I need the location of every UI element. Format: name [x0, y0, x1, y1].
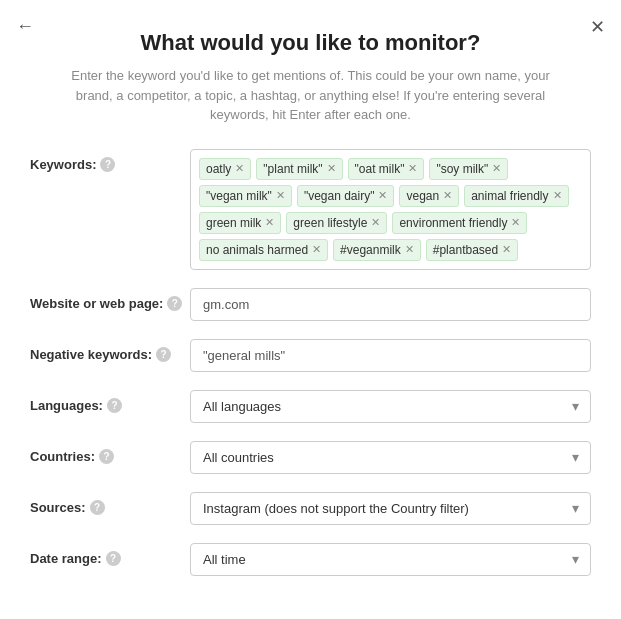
negative-keywords-input[interactable]: [190, 339, 591, 372]
languages-select[interactable]: All languages: [190, 390, 591, 423]
negative-keywords-label: Negative keywords: ?: [30, 339, 190, 362]
countries-help-icon[interactable]: ?: [99, 449, 114, 464]
keyword-tag-close[interactable]: ✕: [553, 190, 562, 201]
keyword-tag-close[interactable]: ✕: [312, 244, 321, 255]
keyword-tag: animal friendly✕: [464, 185, 568, 207]
languages-row: Languages: ? All languages: [30, 390, 591, 423]
sources-label: Sources: ?: [30, 492, 190, 515]
keyword-tag-close[interactable]: ✕: [265, 217, 274, 228]
close-button[interactable]: ✕: [590, 16, 605, 38]
keyword-tag-label: animal friendly: [471, 189, 548, 203]
countries-label: Countries: ?: [30, 441, 190, 464]
keyword-tag: "vegan milk"✕: [199, 185, 292, 207]
sources-row: Sources: ? Instagram (does not support t…: [30, 492, 591, 525]
website-row: Website or web page: ?: [30, 288, 591, 321]
date-range-select[interactable]: All time: [190, 543, 591, 576]
keyword-tag: "vegan dairy"✕: [297, 185, 395, 207]
keywords-help-icon[interactable]: ?: [100, 157, 115, 172]
keyword-tag-close[interactable]: ✕: [492, 163, 501, 174]
keyword-tag-label: oatly: [206, 162, 231, 176]
keyword-tag: no animals harmed✕: [199, 239, 328, 261]
website-label: Website or web page: ?: [30, 288, 190, 311]
negative-keywords-field: [190, 339, 591, 372]
keyword-tag: #veganmilk✕: [333, 239, 421, 261]
keyword-tag-label: #veganmilk: [340, 243, 401, 257]
keyword-tag-label: green milk: [206, 216, 261, 230]
keyword-tag: #plantbased✕: [426, 239, 518, 261]
website-input[interactable]: [190, 288, 591, 321]
keyword-tag: green milk✕: [199, 212, 281, 234]
keyword-tag-label: environment friendly: [399, 216, 507, 230]
date-range-field: All time: [190, 543, 591, 576]
keyword-tag-close[interactable]: ✕: [371, 217, 380, 228]
negative-keywords-help-icon[interactable]: ?: [156, 347, 171, 362]
keywords-field: oatly✕"plant milk"✕"oat milk"✕"soy milk"…: [190, 149, 591, 270]
keyword-tag-label: #plantbased: [433, 243, 498, 257]
page-subtitle: Enter the keyword you'd like to get ment…: [30, 66, 591, 125]
keywords-box[interactable]: oatly✕"plant milk"✕"oat milk"✕"soy milk"…: [190, 149, 591, 270]
keyword-tag: "soy milk"✕: [429, 158, 508, 180]
website-field: [190, 288, 591, 321]
keyword-tag: "oat milk"✕: [348, 158, 425, 180]
keyword-tag: "plant milk"✕: [256, 158, 342, 180]
keyword-tag: oatly✕: [199, 158, 251, 180]
languages-field: All languages: [190, 390, 591, 423]
keywords-label: Keywords: ?: [30, 149, 190, 172]
keyword-tag-label: "vegan milk": [206, 189, 272, 203]
keyword-tag-close[interactable]: ✕: [405, 244, 414, 255]
keyword-tag: environment friendly✕: [392, 212, 527, 234]
keyword-tag-close[interactable]: ✕: [511, 217, 520, 228]
keyword-tag-label: "plant milk": [263, 162, 322, 176]
date-range-help-icon[interactable]: ?: [106, 551, 121, 566]
monitor-modal: ← ✕ What would you like to monitor? Ente…: [0, 0, 621, 619]
keyword-tag: green lifestyle✕: [286, 212, 387, 234]
back-button[interactable]: ←: [16, 16, 34, 37]
countries-row: Countries: ? All countries: [30, 441, 591, 474]
negative-keywords-row: Negative keywords: ?: [30, 339, 591, 372]
keyword-tag-label: no animals harmed: [206, 243, 308, 257]
keyword-tag-close[interactable]: ✕: [276, 190, 285, 201]
keyword-tag-close[interactable]: ✕: [502, 244, 511, 255]
keyword-tag: vegan✕: [399, 185, 459, 207]
page-title: What would you like to monitor?: [30, 30, 591, 56]
keyword-tag-close[interactable]: ✕: [443, 190, 452, 201]
keyword-tag-close[interactable]: ✕: [327, 163, 336, 174]
keyword-tag-close[interactable]: ✕: [408, 163, 417, 174]
sources-help-icon[interactable]: ?: [90, 500, 105, 515]
languages-help-icon[interactable]: ?: [107, 398, 122, 413]
countries-select[interactable]: All countries: [190, 441, 591, 474]
keywords-row: Keywords: ? oatly✕"plant milk"✕"oat milk…: [30, 149, 591, 270]
keyword-tag-label: "oat milk": [355, 162, 405, 176]
keyword-tag-label: green lifestyle: [293, 216, 367, 230]
keyword-tag-label: "soy milk": [436, 162, 488, 176]
keyword-tag-close[interactable]: ✕: [378, 190, 387, 201]
sources-field: Instagram (does not support the Country …: [190, 492, 591, 525]
keyword-tag-label: "vegan dairy": [304, 189, 375, 203]
date-range-row: Date range: ? All time: [30, 543, 591, 576]
countries-field: All countries: [190, 441, 591, 474]
keyword-tag-close[interactable]: ✕: [235, 163, 244, 174]
date-range-label: Date range: ?: [30, 543, 190, 566]
keyword-tag-label: vegan: [406, 189, 439, 203]
languages-label: Languages: ?: [30, 390, 190, 413]
sources-select[interactable]: Instagram (does not support the Country …: [190, 492, 591, 525]
website-help-icon[interactable]: ?: [167, 296, 182, 311]
